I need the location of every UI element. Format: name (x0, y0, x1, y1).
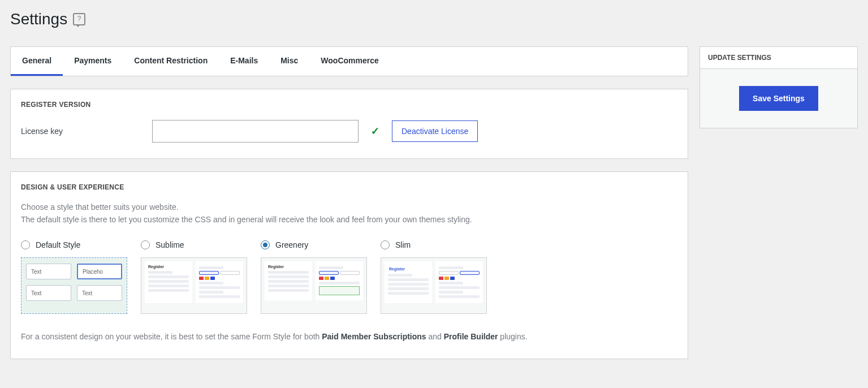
tab-woocommerce[interactable]: WooCommerce (309, 47, 390, 76)
deactivate-license-button[interactable]: Deactivate License (392, 120, 478, 142)
license-key-label: License key (21, 127, 140, 136)
update-settings-title: UPDATE SETTINGS (700, 47, 857, 69)
radio-default-style[interactable]: Default Style (21, 240, 127, 249)
page-title: Settings (10, 10, 67, 28)
preview-default: Text Text Placeho Text (21, 257, 127, 314)
register-section-title: REGISTER VERSION (21, 101, 677, 109)
radio-sublime[interactable]: Sublime (141, 240, 247, 249)
check-icon: ✓ (371, 125, 379, 137)
register-version-panel: REGISTER VERSION License key ✓ Deactivat… (10, 89, 688, 159)
tab-content-restriction[interactable]: Content Restriction (123, 47, 219, 76)
style-option-greenery: Greenery Register (261, 240, 367, 314)
style-option-default: Default Style Text Text Placeho Text (21, 240, 127, 314)
radio-icon (381, 240, 390, 249)
style-option-sublime: Sublime Register (141, 240, 247, 314)
radio-icon (141, 240, 150, 249)
license-key-input[interactable] (152, 120, 359, 143)
radio-label: Greenery (275, 240, 308, 249)
style-option-slim: Slim Register (381, 240, 487, 314)
update-settings-panel: UPDATE SETTINGS Save Settings (699, 46, 858, 128)
tab-emails[interactable]: E-Mails (219, 47, 269, 76)
design-panel: DESIGN & USER EXPERIENCE Choose a style … (10, 171, 688, 359)
radio-label: Slim (395, 240, 411, 249)
radio-label: Sublime (156, 240, 184, 249)
radio-slim[interactable]: Slim (381, 240, 487, 249)
design-description: Choose a style that better suits your we… (21, 201, 677, 226)
radio-icon (261, 240, 270, 249)
tab-payments[interactable]: Payments (63, 47, 123, 76)
design-footnote: For a consistent design on your website,… (21, 331, 677, 343)
radio-greenery[interactable]: Greenery (261, 240, 367, 249)
save-settings-button[interactable]: Save Settings (739, 86, 818, 111)
settings-tabs: General Payments Content Restriction E-M… (10, 46, 688, 76)
tab-misc[interactable]: Misc (269, 47, 309, 76)
design-section-title: DESIGN & USER EXPERIENCE (21, 183, 677, 191)
preview-sublime: Register (141, 257, 247, 314)
help-icon[interactable] (73, 13, 85, 25)
radio-icon (21, 240, 30, 249)
preview-greenery: Register (261, 257, 367, 314)
radio-label: Default Style (36, 240, 80, 249)
tab-general[interactable]: General (11, 47, 63, 76)
preview-slim: Register (381, 257, 487, 314)
